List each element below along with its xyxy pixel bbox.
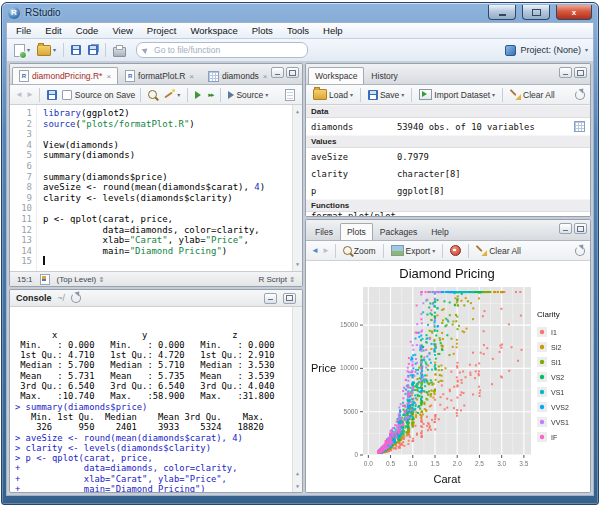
menu-help[interactable]: Help [316, 23, 350, 38]
close-icon[interactable]: × [189, 72, 194, 81]
maximize-button[interactable] [522, 5, 550, 20]
code-token: ) [222, 246, 227, 256]
toolbar-separator [39, 88, 40, 102]
source-tabs: RdiamondPricing.R*×RformatPlot.R×diamond… [12, 67, 275, 84]
code-editor[interactable]: 123456789101112131415 library(ggplot2)so… [10, 105, 302, 271]
editor-scrollbar[interactable]: ▲▼ [292, 105, 302, 271]
project-selector[interactable]: Project: (None) ▾ [505, 45, 588, 56]
console-header[interactable]: Console ~/ [10, 290, 302, 307]
code-token: "Carat" [130, 235, 168, 245]
previous-plot-button[interactable]: ◄ [311, 247, 319, 255]
menu-code[interactable]: Code [69, 23, 106, 38]
refresh-icon[interactable] [575, 246, 585, 256]
clear-plots-button[interactable]: Clear All [474, 242, 523, 259]
close-button[interactable]: x [556, 5, 592, 20]
menu-edit[interactable]: Edit [38, 23, 68, 38]
clear-all-button[interactable]: Clear All [508, 86, 557, 103]
load-workspace-button[interactable]: Load▾ [311, 86, 355, 103]
save-workspace-button[interactable]: Save▾ [366, 86, 406, 103]
goto-file-search[interactable] [136, 42, 308, 58]
close-icon[interactable]: × [106, 72, 111, 81]
object-row-p[interactable]: pggplot[8] [306, 182, 590, 199]
rerun-button[interactable]: ▸▸ [206, 86, 215, 103]
source-tab-diamondpricingr[interactable]: RdiamondPricing.R*× [12, 67, 118, 84]
pane-minimize-button[interactable] [264, 293, 277, 304]
object-row-formatplotplotsize[interactable]: format.plot(plot, size) [306, 212, 590, 216]
menu-plots[interactable]: Plots [245, 23, 280, 38]
tab-files[interactable]: Files [308, 223, 340, 240]
source-tabstrip: RdiamondPricing.R*×RformatPlot.R×diamond… [10, 64, 302, 85]
refresh-icon[interactable] [575, 90, 585, 100]
menu-workspace[interactable]: Workspace [183, 23, 244, 38]
editor-save-button[interactable] [45, 86, 59, 103]
export-label: Export [406, 246, 431, 256]
goto-file-input[interactable] [152, 44, 301, 56]
toolbar-separator [63, 43, 64, 57]
print-button[interactable] [111, 42, 128, 59]
tab-help[interactable]: Help [424, 223, 455, 240]
back-button[interactable]: ◄ [15, 91, 23, 99]
remove-plot-button[interactable] [448, 242, 463, 259]
import-dataset-button[interactable]: Import Dataset▾ [417, 86, 497, 103]
export-plot-button[interactable]: Export▾ [389, 242, 438, 259]
toolbar-separator [411, 88, 412, 102]
forward-button[interactable]: ► [26, 91, 34, 99]
clear-all-label: Clear All [489, 246, 521, 256]
scroll-up-icon[interactable]: ▲ [296, 106, 299, 117]
object-row-clarity[interactable]: claritycharacter[8] [306, 165, 590, 182]
save-button[interactable] [69, 42, 83, 59]
open-file-button[interactable]: ▾ [35, 42, 58, 59]
menu-project[interactable]: Project [140, 23, 184, 38]
object-row-diamonds[interactable]: diamonds53940 obs. of 10 variables [306, 118, 590, 135]
source-button[interactable]: Source▾ [226, 86, 270, 103]
source-tab-formatplotr[interactable]: RformatPlot.R× [118, 67, 201, 84]
menu-file[interactable]: File [9, 23, 38, 38]
pane-minimize-button[interactable] [271, 67, 284, 78]
tab-plots[interactable]: Plots [340, 223, 373, 240]
console-output[interactable]: x y z Min. : 0.000 Min. : 0.000 Min. : 0… [10, 307, 302, 492]
file-type-selector[interactable]: R Script ⇕ [258, 275, 295, 284]
source-on-save-checkbox[interactable] [62, 90, 72, 100]
working-directory: ~/ [58, 293, 65, 303]
pane-minimize-button[interactable] [559, 67, 572, 78]
code-lines[interactable]: library(ggplot2)source("plots/formatPlot… [37, 105, 302, 271]
new-file-button[interactable]: ▾ [12, 42, 32, 59]
tab-workspace[interactable]: Workspace [308, 67, 364, 84]
view-data-grid-icon[interactable] [574, 121, 585, 132]
tab-history[interactable]: History [364, 67, 404, 84]
code-tools-button[interactable]: ▾ [162, 86, 182, 103]
pane-maximize-button[interactable] [574, 67, 587, 78]
pane-maximize-button[interactable] [283, 293, 296, 304]
object-row-aveSize[interactable]: aveSize0.7979 [306, 148, 590, 165]
object-name: aveSize [311, 152, 397, 162]
scroll-down-icon[interactable]: ▼ [296, 259, 299, 270]
console-scrollbar[interactable]: ▲▼ [292, 307, 302, 492]
scroll-up-icon[interactable]: ▲ [296, 468, 299, 478]
save-all-button[interactable] [86, 42, 100, 59]
tab-packages[interactable]: Packages [373, 223, 424, 240]
scroll-down-icon[interactable]: ▼ [296, 481, 299, 491]
console-line: 326 950 2401 3933 5324 18820 [15, 422, 292, 432]
run-icon [195, 91, 201, 99]
close-icon[interactable]: × [263, 72, 268, 81]
pane-minimize-button[interactable] [559, 223, 572, 234]
refresh-icon[interactable] [71, 293, 81, 303]
pane-maximize-button[interactable] [286, 67, 299, 78]
menu-tools[interactable]: Tools [280, 23, 316, 38]
compile-notebook-button[interactable] [283, 86, 297, 103]
run-button[interactable] [193, 86, 203, 103]
scope-selector[interactable]: (Top Level) ⇕ [57, 275, 105, 284]
minimize-button[interactable] [488, 5, 516, 20]
line-number-gutter: 123456789101112131415 [10, 105, 37, 271]
line-number: 2 [10, 119, 32, 130]
find-replace-button[interactable] [146, 86, 159, 103]
zoom-plot-button[interactable]: Zoom [341, 242, 378, 259]
source-tab-diamonds[interactable]: diamonds× [201, 67, 275, 84]
menu-view[interactable]: View [105, 23, 139, 38]
title-bar[interactable]: R RStudio x [2, 3, 598, 22]
chevron-down-icon: ▾ [177, 92, 180, 98]
line-number: 13 [10, 235, 32, 246]
next-plot-button[interactable]: ► [322, 247, 330, 255]
pane-maximize-button[interactable] [574, 223, 587, 234]
code-line [43, 256, 302, 267]
